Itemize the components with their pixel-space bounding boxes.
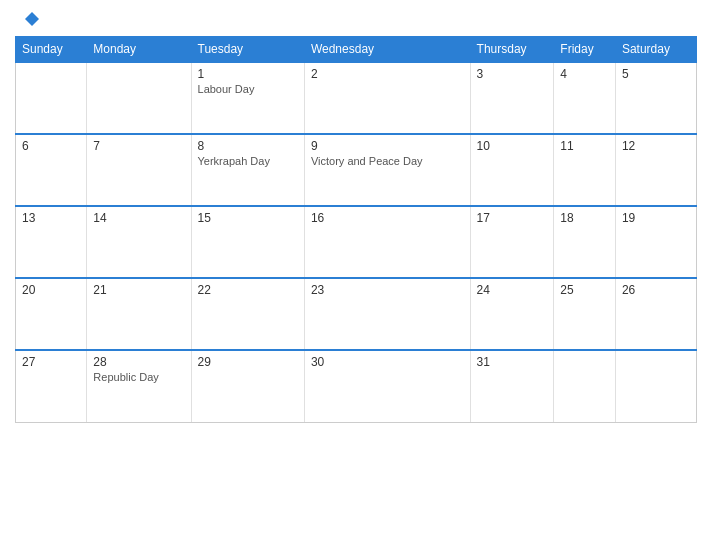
day-number: 22 [198,283,298,297]
week-row-5: 2728Republic Day293031 [16,350,697,422]
day-number: 25 [560,283,609,297]
weekday-header-saturday: Saturday [615,37,696,63]
svg-marker-0 [25,12,39,26]
day-number: 11 [560,139,609,153]
holiday-label: Victory and Peace Day [311,155,464,167]
day-cell: 10 [470,134,554,206]
day-number: 4 [560,67,609,81]
day-cell: 12 [615,134,696,206]
day-cell: 4 [554,62,616,134]
weekday-header-row: SundayMondayTuesdayWednesdayThursdayFrid… [16,37,697,63]
day-cell: 8Yerkrapah Day [191,134,304,206]
day-number: 19 [622,211,690,225]
holiday-label: Yerkrapah Day [198,155,298,167]
weekday-header-tuesday: Tuesday [191,37,304,63]
day-cell: 9Victory and Peace Day [304,134,470,206]
day-number: 14 [93,211,184,225]
day-number: 18 [560,211,609,225]
day-number: 9 [311,139,464,153]
header [15,10,697,28]
calendar-table: SundayMondayTuesdayWednesdayThursdayFrid… [15,36,697,423]
holiday-label: Labour Day [198,83,298,95]
day-number: 13 [22,211,80,225]
day-cell: 11 [554,134,616,206]
day-number: 17 [477,211,548,225]
day-cell [87,62,191,134]
logo-flag-icon [23,10,41,28]
day-number: 16 [311,211,464,225]
day-cell: 29 [191,350,304,422]
day-number: 6 [22,139,80,153]
day-cell [16,62,87,134]
weekday-header-monday: Monday [87,37,191,63]
week-row-2: 678Yerkrapah Day9Victory and Peace Day10… [16,134,697,206]
day-number: 23 [311,283,464,297]
day-cell: 22 [191,278,304,350]
day-number: 1 [198,67,298,81]
day-cell: 26 [615,278,696,350]
logo [20,10,45,28]
day-cell: 14 [87,206,191,278]
day-cell [554,350,616,422]
day-cell: 31 [470,350,554,422]
day-cell: 19 [615,206,696,278]
day-number: 31 [477,355,548,369]
day-cell: 7 [87,134,191,206]
day-cell: 24 [470,278,554,350]
weekday-header-friday: Friday [554,37,616,63]
day-number: 24 [477,283,548,297]
day-cell: 13 [16,206,87,278]
day-cell: 21 [87,278,191,350]
day-cell: 5 [615,62,696,134]
week-row-4: 20212223242526 [16,278,697,350]
day-cell: 3 [470,62,554,134]
day-number: 15 [198,211,298,225]
day-cell: 28Republic Day [87,350,191,422]
day-number: 2 [311,67,464,81]
day-cell: 23 [304,278,470,350]
week-row-1: 1Labour Day2345 [16,62,697,134]
day-number: 27 [22,355,80,369]
day-number: 30 [311,355,464,369]
day-cell: 6 [16,134,87,206]
day-cell: 15 [191,206,304,278]
day-number: 8 [198,139,298,153]
day-number: 26 [622,283,690,297]
calendar-page: SundayMondayTuesdayWednesdayThursdayFrid… [0,0,712,550]
day-number: 20 [22,283,80,297]
day-number: 3 [477,67,548,81]
day-number: 5 [622,67,690,81]
day-number: 7 [93,139,184,153]
day-cell: 30 [304,350,470,422]
day-cell: 25 [554,278,616,350]
day-cell [615,350,696,422]
day-number: 29 [198,355,298,369]
weekday-header-thursday: Thursday [470,37,554,63]
weekday-header-sunday: Sunday [16,37,87,63]
day-number: 28 [93,355,184,369]
day-cell: 27 [16,350,87,422]
holiday-label: Republic Day [93,371,184,383]
day-cell: 2 [304,62,470,134]
day-cell: 1Labour Day [191,62,304,134]
weekday-header-wednesday: Wednesday [304,37,470,63]
week-row-3: 13141516171819 [16,206,697,278]
day-cell: 18 [554,206,616,278]
day-cell: 16 [304,206,470,278]
day-number: 21 [93,283,184,297]
day-number: 12 [622,139,690,153]
day-cell: 20 [16,278,87,350]
day-cell: 17 [470,206,554,278]
day-number: 10 [477,139,548,153]
